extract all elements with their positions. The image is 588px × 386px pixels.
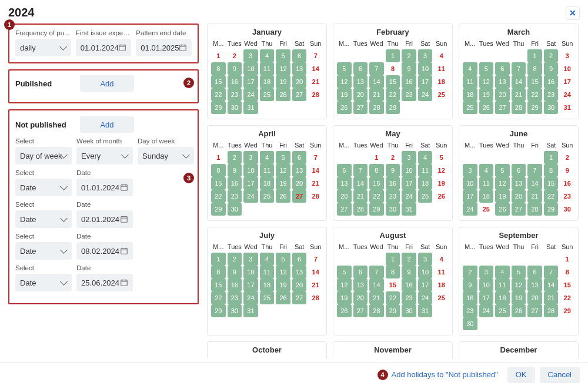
day-cell[interactable]: 24 bbox=[418, 291, 433, 304]
day-cell[interactable]: 1 bbox=[211, 151, 226, 164]
day-cell[interactable]: 30 bbox=[560, 203, 574, 216]
day-cell[interactable]: 27 bbox=[337, 203, 352, 216]
day-cell[interactable]: 25 bbox=[434, 88, 449, 101]
day-cell[interactable]: 14 bbox=[308, 266, 323, 278]
day-cell[interactable]: 3 bbox=[463, 164, 477, 177]
day-cell[interactable]: 13 bbox=[292, 62, 307, 75]
day-cell[interactable]: 20 bbox=[337, 190, 352, 203]
day-cell[interactable]: 28 bbox=[369, 101, 384, 114]
day-cell[interactable]: 2 bbox=[386, 151, 400, 164]
day-cell[interactable]: 9 bbox=[228, 164, 242, 177]
day-cell[interactable]: 3 bbox=[243, 253, 258, 266]
day-cell[interactable]: 11 bbox=[495, 278, 510, 291]
day-cell[interactable]: 12 bbox=[276, 266, 290, 278]
day-cell[interactable]: 12 bbox=[479, 75, 494, 88]
day-cell[interactable]: 11 bbox=[463, 75, 477, 88]
day-cell[interactable]: 22 bbox=[369, 190, 384, 203]
day-cell[interactable]: 23 bbox=[544, 88, 559, 101]
day-cell[interactable]: 10 bbox=[243, 266, 258, 278]
day-cell[interactable]: 18 bbox=[260, 75, 275, 88]
day-cell[interactable]: 7 bbox=[308, 49, 323, 62]
day-cell[interactable]: 21 bbox=[544, 291, 559, 304]
day-cell[interactable]: 22 bbox=[544, 190, 559, 203]
day-cell[interactable]: 25 bbox=[260, 88, 275, 101]
day-cell[interactable]: 27 bbox=[512, 203, 526, 216]
day-cell[interactable]: 7 bbox=[544, 266, 559, 278]
day-cell[interactable]: 3 bbox=[560, 49, 574, 62]
np-wom-select[interactable]: Every bbox=[76, 147, 133, 165]
day-cell[interactable]: 23 bbox=[560, 190, 574, 203]
day-cell[interactable]: 17 bbox=[243, 177, 258, 190]
day-cell[interactable]: 7 bbox=[369, 266, 384, 278]
day-cell[interactable]: 1 bbox=[386, 49, 400, 62]
day-cell[interactable]: 30 bbox=[544, 101, 559, 114]
day-cell[interactable]: 22 bbox=[386, 291, 400, 304]
day-cell[interactable]: 23 bbox=[463, 304, 477, 317]
day-cell[interactable]: 16 bbox=[228, 278, 242, 291]
day-cell[interactable]: 24 bbox=[243, 291, 258, 304]
day-cell[interactable]: 29 bbox=[386, 101, 400, 114]
day-cell[interactable]: 20 bbox=[292, 278, 307, 291]
day-cell[interactable]: 15 bbox=[386, 75, 400, 88]
np-type-select-2[interactable]: Date bbox=[15, 242, 72, 260]
day-cell[interactable]: 2 bbox=[402, 49, 416, 62]
day-cell[interactable]: 13 bbox=[353, 278, 368, 291]
day-cell[interactable]: 14 bbox=[308, 62, 323, 75]
day-cell[interactable]: 17 bbox=[418, 278, 433, 291]
day-cell[interactable]: 29 bbox=[386, 304, 400, 317]
day-cell[interactable]: 20 bbox=[353, 291, 368, 304]
day-cell[interactable]: 5 bbox=[276, 151, 290, 164]
day-cell[interactable]: 20 bbox=[353, 88, 368, 101]
day-cell[interactable]: 7 bbox=[308, 151, 323, 164]
day-cell[interactable]: 25 bbox=[418, 190, 433, 203]
np-date-input-1[interactable]: 02.01.2024 bbox=[76, 210, 133, 228]
day-cell[interactable]: 28 bbox=[308, 190, 323, 203]
day-cell[interactable]: 21 bbox=[308, 75, 323, 88]
cancel-button[interactable]: Cancel bbox=[540, 367, 580, 383]
day-cell[interactable]: 10 bbox=[402, 164, 416, 177]
day-cell[interactable]: 19 bbox=[337, 291, 352, 304]
day-cell[interactable]: 9 bbox=[228, 62, 242, 75]
day-cell[interactable]: 21 bbox=[369, 291, 384, 304]
day-cell[interactable]: 26 bbox=[337, 304, 352, 317]
day-cell[interactable]: 7 bbox=[527, 164, 542, 177]
np-type-select-1[interactable]: Date bbox=[15, 210, 72, 228]
add-published-button[interactable]: Add bbox=[80, 75, 134, 92]
day-cell[interactable]: 1 bbox=[544, 151, 559, 164]
day-cell[interactable]: 19 bbox=[276, 177, 290, 190]
day-cell[interactable]: 16 bbox=[228, 177, 242, 190]
day-cell[interactable]: 3 bbox=[243, 49, 258, 62]
day-cell[interactable]: 30 bbox=[228, 101, 242, 114]
day-cell[interactable]: 7 bbox=[308, 253, 323, 266]
day-cell[interactable]: 24 bbox=[243, 88, 258, 101]
day-cell[interactable]: 2 bbox=[560, 151, 574, 164]
day-cell[interactable]: 30 bbox=[402, 304, 416, 317]
day-cell[interactable]: 23 bbox=[228, 190, 242, 203]
day-cell[interactable]: 14 bbox=[544, 278, 559, 291]
day-cell[interactable]: 19 bbox=[512, 291, 526, 304]
day-cell[interactable]: 12 bbox=[276, 62, 290, 75]
day-cell[interactable]: 13 bbox=[337, 177, 352, 190]
day-cell[interactable]: 14 bbox=[369, 75, 384, 88]
day-cell[interactable]: 12 bbox=[337, 75, 352, 88]
np-date-input-3[interactable]: 25.06.2024 bbox=[76, 274, 133, 291]
day-cell[interactable]: 27 bbox=[527, 304, 542, 317]
day-cell[interactable]: 15 bbox=[211, 278, 226, 291]
day-cell[interactable]: 23 bbox=[228, 291, 242, 304]
day-cell[interactable]: 16 bbox=[463, 291, 477, 304]
day-cell[interactable]: 6 bbox=[353, 266, 368, 278]
day-cell[interactable]: 27 bbox=[495, 101, 510, 114]
day-cell[interactable]: 3 bbox=[418, 49, 433, 62]
day-cell[interactable]: 21 bbox=[527, 190, 542, 203]
day-cell[interactable]: 31 bbox=[243, 304, 258, 317]
np-dow-select[interactable]: Sunday bbox=[138, 147, 194, 165]
first-issue-date[interactable]: 01.01.2024 bbox=[76, 39, 132, 56]
day-cell[interactable]: 21 bbox=[353, 190, 368, 203]
day-cell[interactable]: 17 bbox=[479, 291, 494, 304]
day-cell[interactable]: 1 bbox=[369, 151, 384, 164]
day-cell[interactable]: 10 bbox=[243, 62, 258, 75]
day-cell[interactable]: 1 bbox=[211, 49, 226, 62]
day-cell[interactable]: 24 bbox=[418, 88, 433, 101]
day-cell[interactable]: 28 bbox=[512, 101, 526, 114]
day-cell[interactable]: 26 bbox=[276, 291, 290, 304]
